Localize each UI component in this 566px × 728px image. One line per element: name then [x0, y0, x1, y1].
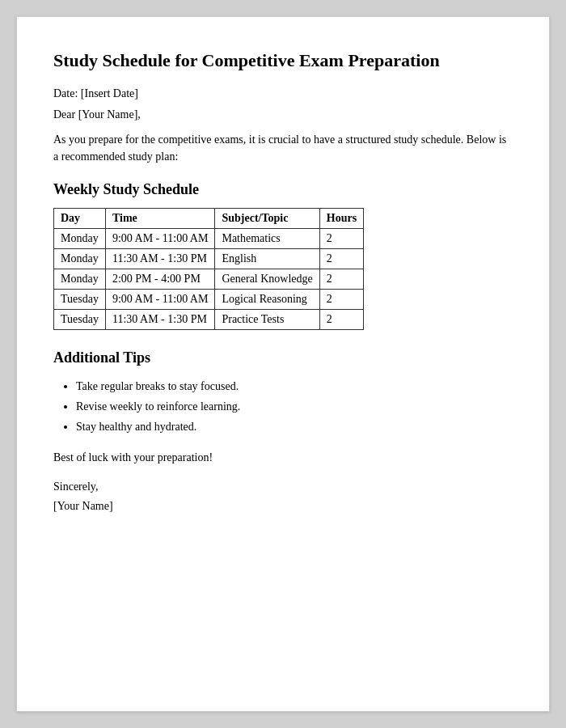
table-cell: 2: [319, 289, 363, 309]
table-cell: General Knowledge: [215, 269, 319, 289]
table-cell: 11:30 AM - 1:30 PM: [105, 248, 215, 269]
list-item: Take regular breaks to stay focused.: [76, 376, 513, 396]
table-body: Monday9:00 AM - 11:00 AMMathematics2Mond…: [54, 228, 364, 329]
table-cell: 2:00 PM - 4:00 PM: [105, 269, 215, 289]
table-cell: Tuesday: [54, 289, 106, 309]
table-cell: Monday: [54, 248, 106, 269]
sincerely-label: Sincerely,: [53, 480, 98, 493]
intro-paragraph: As you prepare for the competitive exams…: [53, 131, 513, 165]
schedule-table: DayTimeSubject/TopicHours Monday9:00 AM …: [53, 208, 364, 330]
table-cell: Monday: [54, 228, 106, 248]
table-cell: Logical Reasoning: [215, 289, 319, 309]
table-header-cell: Hours: [319, 208, 363, 228]
closing-paragraph: Best of luck with your preparation!: [53, 451, 513, 464]
table-cell: 2: [319, 248, 363, 269]
table-cell: 9:00 AM - 11:00 AM: [105, 228, 215, 248]
main-title: Study Schedule for Competitive Exam Prep…: [53, 49, 513, 73]
table-row: Monday11:30 AM - 1:30 PMEnglish2: [54, 248, 364, 269]
document-page: Study Schedule for Competitive Exam Prep…: [16, 16, 550, 712]
sincerely-name: [Your Name]: [53, 500, 113, 512]
table-cell: 2: [319, 269, 363, 289]
tips-section-title: Additional Tips: [53, 349, 513, 366]
table-row: Tuesday9:00 AM - 11:00 AMLogical Reasoni…: [54, 289, 364, 309]
sincerely-block: Sincerely, [Your Name]: [53, 477, 513, 516]
table-header-cell: Subject/Topic: [215, 208, 319, 228]
table-cell: 11:30 AM - 1:30 PM: [105, 309, 215, 329]
table-row: Tuesday11:30 AM - 1:30 PMPractice Tests2: [54, 309, 364, 329]
weekly-schedule-title: Weekly Study Schedule: [53, 181, 513, 198]
table-cell: English: [215, 248, 319, 269]
table-cell: 2: [319, 309, 363, 329]
tips-list: Take regular breaks to stay focused.Revi…: [76, 376, 513, 438]
table-cell: Mathematics: [215, 228, 319, 248]
table-header-row: DayTimeSubject/TopicHours: [54, 208, 364, 228]
table-header-cell: Time: [105, 208, 215, 228]
table-cell: Tuesday: [54, 309, 106, 329]
date-line: Date: [Insert Date]: [53, 87, 513, 100]
dear-line: Dear [Your Name],: [53, 108, 513, 121]
list-item: Revise weekly to reinforce learning.: [76, 396, 513, 417]
table-row: Monday2:00 PM - 4:00 PMGeneral Knowledge…: [54, 269, 364, 289]
list-item: Stay healthy and hydrated.: [76, 417, 513, 437]
table-cell: Monday: [54, 269, 106, 289]
table-row: Monday9:00 AM - 11:00 AMMathematics2: [54, 228, 364, 248]
table-cell: Practice Tests: [215, 309, 319, 329]
table-cell: 9:00 AM - 11:00 AM: [105, 289, 215, 309]
table-cell: 2: [319, 228, 363, 248]
table-header-cell: Day: [54, 208, 106, 228]
